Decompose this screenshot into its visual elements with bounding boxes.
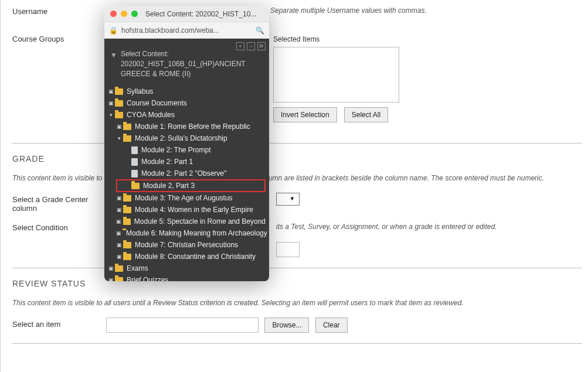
- url-text: hofstra.blackboard.com/weba...: [121, 26, 252, 35]
- select-item-label: Select an item: [12, 318, 106, 329]
- document-icon: [131, 146, 138, 154]
- review-section-heading: REVIEW STATUS: [12, 279, 588, 288]
- select-all-button[interactable]: Select All: [344, 107, 388, 122]
- select-item-input[interactable]: [106, 318, 259, 333]
- tree-item-quizzes[interactable]: ▣Brief Quizzes: [108, 274, 266, 281]
- expand-all-icon[interactable]: +: [236, 42, 244, 50]
- tree-item-m1[interactable]: ▣Module 1: Rome Before the Republic: [108, 121, 266, 132]
- zoom-icon[interactable]: [131, 11, 138, 17]
- review-section-desc: This content item is visible to all user…: [12, 299, 588, 307]
- username-label: Username: [12, 5, 106, 16]
- selected-items-panel: Selected Items Invert Selection Select A…: [273, 35, 408, 122]
- folder-icon: [123, 207, 131, 213]
- tree-item-m4[interactable]: ▣Module 4: Women in the Early Empire: [108, 204, 266, 216]
- clear-button[interactable]: Clear: [315, 318, 348, 333]
- select-condition-label: Select Condition: [12, 221, 112, 232]
- minimize-icon[interactable]: [121, 11, 127, 17]
- tree-item-m2-p2[interactable]: Module 2: Part 2 "Observe": [108, 168, 266, 179]
- root-label: Select Content:: [121, 50, 169, 58]
- tree-item-m8[interactable]: ▣Module 8: Constantine and Christianity: [108, 251, 266, 262]
- course-groups-label: Course Groups: [12, 32, 106, 43]
- popup-title: Select Content: 202002_HIST_10...: [145, 10, 263, 18]
- folder-icon: [115, 265, 123, 272]
- tree-item-m2-p1[interactable]: Module 2: Part 1: [108, 156, 266, 168]
- folder-icon: [115, 88, 123, 95]
- refresh-icon[interactable]: ⟳: [257, 42, 266, 50]
- popup-titlebar: Select Content: 202002_HIST_10...: [104, 6, 269, 22]
- root-course: 202002_HIST_106B_01_(HP)ANCIENT GREECE &…: [121, 60, 246, 78]
- tree-item-m2-p3[interactable]: Module 2, Part 3: [116, 179, 266, 192]
- tree-item-cyoa[interactable]: ▾CYOA Modules: [108, 109, 266, 121]
- folder-icon: [123, 195, 131, 202]
- folder-icon: [115, 100, 123, 107]
- grade-col-label: Select a Grade Center column: [12, 193, 112, 213]
- folder-icon: [123, 219, 131, 225]
- username-hint: Separate multiple Username values with c…: [270, 6, 427, 15]
- folder-icon: [123, 135, 131, 142]
- folder-icon: [123, 124, 131, 130]
- tree-item-m3[interactable]: ▣Module 3: The Age of Augustus: [108, 192, 266, 204]
- tree-item-course-docs[interactable]: ▣Course Documents: [108, 97, 266, 109]
- document-icon: [131, 158, 138, 166]
- browse-button[interactable]: Browse...: [264, 318, 309, 333]
- folder-icon: [123, 254, 131, 260]
- condition-input[interactable]: [276, 242, 300, 257]
- grade-section-desc: This content item is visible to all user…: [12, 174, 588, 182]
- folder-icon: [115, 112, 123, 118]
- close-icon[interactable]: [110, 11, 117, 17]
- tree-item-m2[interactable]: ▾Module 2: Sulla's Dictatorship: [108, 132, 266, 144]
- search-icon[interactable]: 🔍: [256, 26, 264, 35]
- address-bar: 🔒 hofstra.blackboard.com/weba... 🔍: [104, 22, 269, 39]
- tree-item-m6[interactable]: ▣Module 6: Making Meaning from Archaeolo…: [108, 227, 266, 239]
- selected-items-label: Selected Items: [273, 35, 408, 43]
- condition-hint: its a Test, Survey, or Assignment, or wh…: [276, 223, 497, 231]
- select-content-popup: Select Content: 202002_HIST_10... 🔒 hofs…: [104, 6, 269, 281]
- invert-selection-button[interactable]: Invert Selection: [273, 107, 337, 122]
- tree-item-m2-prompt[interactable]: Module 2: The Prompt: [108, 144, 266, 156]
- document-icon: [131, 170, 138, 178]
- tree-item-syllabus[interactable]: ▣Syllabus: [108, 86, 266, 97]
- grade-section-heading: GRADE: [12, 154, 588, 163]
- tree-item-m5[interactable]: ▣Module 5: Spectacle in Rome and Beyond: [108, 216, 266, 227]
- collapse-all-icon[interactable]: −: [247, 42, 255, 50]
- tree-item-m7[interactable]: ▣Module 7: Christian Persecutions: [108, 239, 266, 251]
- folder-icon: [123, 242, 131, 248]
- selected-items-listbox[interactable]: [273, 47, 399, 103]
- lock-icon: 🔒: [109, 26, 118, 35]
- tree-item-exams[interactable]: ▣Exams: [108, 262, 266, 274]
- folder-icon: [115, 277, 123, 281]
- folder-icon: [131, 183, 140, 189]
- grade-column-select[interactable]: [276, 193, 300, 206]
